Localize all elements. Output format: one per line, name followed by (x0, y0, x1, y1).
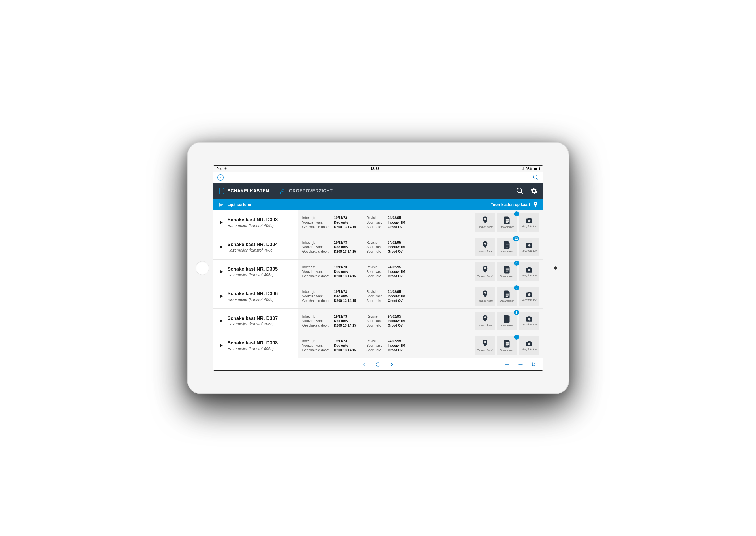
ios-status-bar: iPad 18:28 63% (213, 166, 543, 172)
val-soort-kast: Inbouw 1M (388, 220, 405, 224)
battery-percent: 63% (526, 167, 533, 171)
row-title: Schakelkast NR. D308 (227, 340, 278, 346)
documents-button[interactable]: 2 Documenten (497, 312, 517, 330)
nav-settings-button[interactable] (531, 187, 538, 195)
document-icon (504, 241, 510, 249)
val-soort-kast: Inbouw 1M (388, 319, 405, 323)
screen: iPad 18:28 63% S (213, 165, 543, 371)
next-button[interactable] (390, 362, 393, 367)
search-button[interactable] (533, 174, 539, 181)
nav-search-button[interactable] (516, 187, 528, 195)
action-label: Documenten (500, 299, 514, 302)
dropdown-button[interactable] (217, 174, 223, 181)
ipad-frame: iPad 18:28 63% S (187, 142, 569, 394)
refresh-button[interactable] (376, 362, 381, 367)
search-icon (516, 187, 524, 195)
show-on-map-button[interactable]: Toon op kaart (475, 262, 495, 281)
add-photo-button[interactable]: Voeg foto toe (519, 312, 539, 330)
val-inbedrijf: 19/11/73 (334, 315, 356, 318)
svg-point-9 (528, 219, 531, 222)
row-details: Inbedrijf:19/11/73 Voorzien van:Dec ontv… (298, 309, 473, 333)
action-label: Toon op kaart (477, 299, 493, 302)
battery-icon (533, 167, 540, 170)
camera (554, 266, 557, 270)
row-expand[interactable]: Schakelkast NR. D303 Hazemeijer (kunstof… (213, 210, 298, 235)
tab-groepoverzicht[interactable]: GROEPOVERZICHT (280, 188, 340, 194)
documents-button[interactable]: 3 Documenten (497, 262, 517, 281)
val-voorzien: Dec ontv (334, 220, 356, 224)
add-button[interactable] (504, 362, 509, 367)
map-toggle-label: Toon kasten op kaart (491, 202, 531, 207)
show-on-map-button[interactable]: Toon op kaart (475, 238, 495, 256)
val-soort-rek: Groot OV (388, 348, 405, 352)
device-label: iPad (216, 167, 223, 171)
row-subtitle: Hazemeijer (kunstof 406c) (227, 322, 278, 326)
show-on-map-button[interactable]: Toon op kaart (475, 213, 495, 232)
add-photo-button[interactable]: Voeg foto toe (519, 262, 539, 281)
row-details: Inbedrijf:19/11/73 Voorzien van:Dec ontv… (298, 210, 473, 235)
chevron-down-icon (219, 177, 222, 178)
remove-button[interactable] (518, 362, 523, 367)
documents-button[interactable]: 0 Documenten (497, 213, 517, 232)
document-icon (504, 290, 510, 298)
val-revisie: 24/02/95 (388, 315, 405, 318)
add-photo-button[interactable]: Voeg foto toe (519, 238, 539, 256)
val-geschakeld: D200 13 14 15 (334, 299, 356, 303)
action-label: Toon op kaart (477, 349, 493, 352)
tab-label: SCHAKELKASTEN (227, 188, 269, 193)
tab-schakelkasten[interactable]: SCHAKELKASTEN (219, 188, 277, 194)
minus-icon (518, 362, 523, 367)
documents-button[interactable]: 0 Documenten (497, 287, 517, 306)
val-geschakeld: D200 13 14 15 (334, 323, 356, 327)
doc-count-badge: 0 (514, 334, 519, 340)
doc-count-badge: 3 (514, 261, 519, 266)
doc-count-badge: 12 (513, 236, 519, 241)
val-inbedrijf: 19/11/73 (334, 216, 356, 220)
add-photo-button[interactable]: Voeg foto toe (519, 336, 539, 355)
home-button[interactable] (195, 261, 209, 275)
label-soort-rek: Soort rek: (366, 323, 382, 327)
label-revisie: Revisie: (366, 290, 382, 294)
action-label: Toon op kaart (477, 250, 493, 253)
svg-rect-1 (534, 168, 537, 170)
show-on-map-button[interactable]: Toon op kaart (475, 287, 495, 306)
show-on-map-button[interactable]: Toon op kaart (475, 312, 495, 330)
label-geschakeld: Geschakeld door: (302, 348, 329, 352)
show-on-map-button[interactable]: Toon op kaart (475, 336, 495, 355)
row-expand[interactable]: Schakelkast NR. D304 Hazemeijer (kunstof… (213, 235, 298, 259)
add-photo-button[interactable]: Voeg foto toe (519, 213, 539, 232)
prev-button[interactable] (363, 362, 366, 367)
add-photo-button[interactable]: Voeg foto toe (519, 287, 539, 306)
play-icon (219, 269, 223, 274)
sort-button[interactable]: Lijst sorteren (213, 199, 258, 210)
sort-az-icon: az (532, 362, 537, 367)
pin-icon (482, 266, 488, 274)
row-expand[interactable]: Schakelkast NR. D305 Hazemeijer (kunstof… (213, 259, 298, 284)
pin-icon (482, 217, 488, 224)
bluetooth-icon (522, 167, 525, 170)
action-label: Toon op kaart (477, 275, 493, 278)
label-inbedrijf: Inbedrijf: (302, 216, 329, 220)
val-inbedrijf: 19/11/73 (334, 265, 356, 269)
row-title: Schakelkast NR. D305 (227, 266, 278, 272)
documents-button[interactable]: 12 Documenten (497, 238, 517, 256)
label-soort-rek: Soort rek: (366, 299, 382, 303)
documents-button[interactable]: 0 Documenten (497, 336, 517, 355)
row-expand[interactable]: Schakelkast NR. D306 Hazemeijer (kunstof… (213, 284, 298, 309)
row-expand[interactable]: Schakelkast NR. D308 Hazemeijer (kunstof… (213, 333, 298, 358)
pin-icon (533, 202, 538, 208)
show-on-map-button[interactable]: Toon kasten op kaart (486, 202, 543, 208)
row-expand[interactable]: Schakelkast NR. D307 Hazemeijer (kunstof… (213, 309, 298, 333)
label-voorzien: Voorzien van: (302, 220, 329, 224)
row-subtitle: Hazemeijer (kunstof 406c) (227, 248, 278, 252)
camera-icon (526, 341, 533, 347)
label-geschakeld: Geschakeld door: (302, 299, 329, 303)
row-details: Inbedrijf:19/11/73 Voorzien van:Dec ontv… (298, 235, 473, 259)
alpha-sort-button[interactable]: az (532, 362, 537, 367)
val-soort-kast: Inbouw 1M (388, 344, 405, 348)
svg-point-10 (528, 244, 531, 247)
row-details: Inbedrijf:19/11/73 Voorzien van:Dec ontv… (298, 333, 473, 358)
label-soort-rek: Soort rek: (366, 348, 382, 352)
label-voorzien: Voorzien van: (302, 270, 329, 274)
label-voorzien: Voorzien van: (302, 245, 329, 249)
